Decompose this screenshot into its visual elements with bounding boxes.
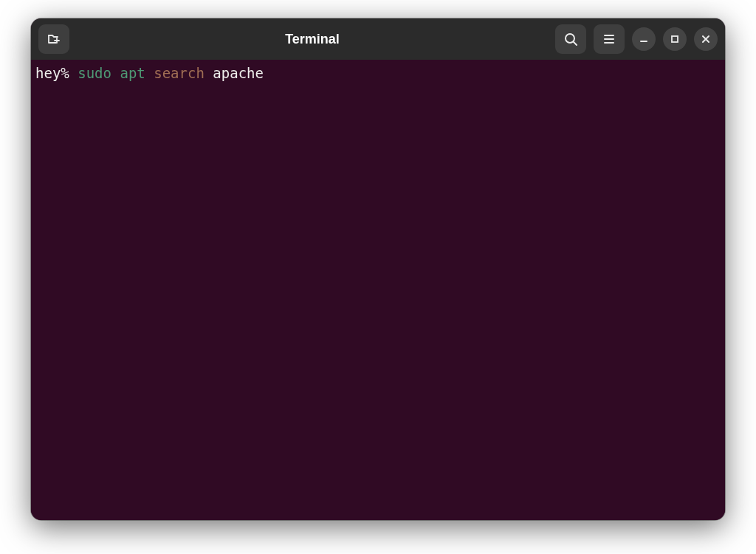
command-sudo: sudo (78, 65, 111, 81)
maximize-icon (669, 33, 681, 45)
search-button[interactable] (555, 24, 586, 54)
menu-button[interactable] (594, 24, 625, 54)
terminal-window: Terminal (31, 18, 725, 520)
search-icon (563, 32, 578, 46)
terminal-line: hey% sudo apt search apache (35, 64, 721, 83)
minimize-icon (638, 33, 650, 45)
titlebar: Terminal (31, 18, 725, 60)
svg-line-3 (574, 42, 577, 45)
terminal-body[interactable]: hey% sudo apt search apache (31, 60, 725, 520)
close-icon (700, 33, 712, 45)
new-tab-button[interactable] (38, 24, 69, 54)
svg-rect-8 (672, 36, 678, 42)
window-title: Terminal (75, 32, 549, 47)
svg-point-2 (566, 34, 574, 43)
maximize-button[interactable] (663, 27, 687, 51)
shell-prompt: hey% (35, 65, 69, 81)
command-argument: apache (213, 65, 264, 81)
close-button[interactable] (694, 27, 718, 51)
command-apt: apt (120, 65, 145, 81)
command-search: search (154, 65, 205, 81)
new-tab-icon (47, 32, 61, 46)
minimize-button[interactable] (632, 27, 656, 51)
titlebar-right (555, 24, 718, 54)
titlebar-left (38, 24, 69, 54)
hamburger-icon (602, 32, 616, 46)
